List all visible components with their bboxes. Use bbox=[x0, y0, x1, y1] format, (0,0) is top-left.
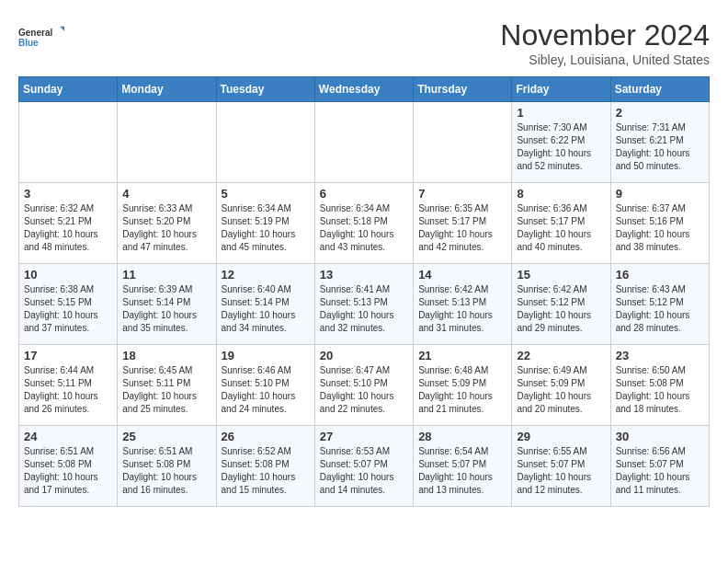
calendar-table: SundayMondayTuesdayWednesdayThursdayFrid… bbox=[18, 76, 710, 507]
day-info: Sunrise: 6:54 AM Sunset: 5:07 PM Dayligh… bbox=[418, 445, 506, 497]
day-info: Sunrise: 6:53 AM Sunset: 5:07 PM Dayligh… bbox=[320, 445, 408, 497]
calendar-day-cell: 11Sunrise: 6:39 AM Sunset: 5:14 PM Dayli… bbox=[118, 264, 216, 345]
day-info: Sunrise: 6:48 AM Sunset: 5:09 PM Dayligh… bbox=[418, 364, 506, 416]
calendar-day-cell: 5Sunrise: 6:34 AM Sunset: 5:19 PM Daylig… bbox=[216, 183, 314, 264]
calendar-day-cell: 2Sunrise: 7:31 AM Sunset: 6:21 PM Daylig… bbox=[610, 102, 709, 183]
day-info: Sunrise: 6:51 AM Sunset: 5:08 PM Dayligh… bbox=[122, 445, 210, 497]
day-number: 21 bbox=[418, 349, 506, 362]
calendar-day-cell: 13Sunrise: 6:41 AM Sunset: 5:13 PM Dayli… bbox=[314, 264, 413, 345]
day-info: Sunrise: 6:35 AM Sunset: 5:17 PM Dayligh… bbox=[418, 202, 506, 254]
day-info: Sunrise: 6:34 AM Sunset: 5:18 PM Dayligh… bbox=[320, 202, 408, 254]
day-info: Sunrise: 6:40 AM Sunset: 5:14 PM Dayligh… bbox=[222, 283, 310, 335]
calendar-day-cell: 1Sunrise: 7:30 AM Sunset: 6:22 PM Daylig… bbox=[512, 102, 610, 183]
day-of-week-header: Friday bbox=[512, 77, 610, 102]
calendar-day-cell: 25Sunrise: 6:51 AM Sunset: 5:08 PM Dayli… bbox=[118, 426, 216, 507]
calendar-day-cell: 14Sunrise: 6:42 AM Sunset: 5:13 PM Dayli… bbox=[414, 264, 512, 345]
day-info: Sunrise: 6:43 AM Sunset: 5:12 PM Dayligh… bbox=[616, 283, 704, 335]
calendar-day-cell: 19Sunrise: 6:46 AM Sunset: 5:10 PM Dayli… bbox=[216, 345, 314, 426]
calendar-day-cell: 22Sunrise: 6:49 AM Sunset: 5:09 PM Dayli… bbox=[512, 345, 610, 426]
calendar-header-row: SundayMondayTuesdayWednesdayThursdayFrid… bbox=[19, 77, 710, 102]
day-of-week-header: Tuesday bbox=[216, 77, 314, 102]
day-number: 17 bbox=[24, 349, 112, 362]
day-info: Sunrise: 7:30 AM Sunset: 6:22 PM Dayligh… bbox=[517, 121, 605, 173]
day-number: 23 bbox=[616, 349, 704, 362]
day-info: Sunrise: 7:31 AM Sunset: 6:21 PM Dayligh… bbox=[616, 121, 704, 173]
location-subtitle: Sibley, Louisiana, United States bbox=[500, 52, 710, 67]
day-info: Sunrise: 6:44 AM Sunset: 5:11 PM Dayligh… bbox=[24, 364, 112, 416]
calendar-day-cell: 16Sunrise: 6:43 AM Sunset: 5:12 PM Dayli… bbox=[610, 264, 709, 345]
calendar-week-row: 3Sunrise: 6:32 AM Sunset: 5:21 PM Daylig… bbox=[19, 183, 710, 264]
calendar-day-cell: 18Sunrise: 6:45 AM Sunset: 5:11 PM Dayli… bbox=[118, 345, 216, 426]
day-number: 25 bbox=[122, 430, 210, 443]
day-number: 24 bbox=[24, 430, 112, 443]
day-number: 4 bbox=[122, 187, 210, 201]
day-number: 11 bbox=[122, 268, 210, 282]
calendar-day-cell bbox=[19, 102, 118, 183]
day-number: 14 bbox=[418, 268, 506, 282]
calendar-day-cell: 8Sunrise: 6:36 AM Sunset: 5:17 PM Daylig… bbox=[512, 183, 610, 264]
day-number: 22 bbox=[517, 349, 605, 362]
day-info: Sunrise: 6:42 AM Sunset: 5:12 PM Dayligh… bbox=[517, 283, 605, 335]
day-info: Sunrise: 6:56 AM Sunset: 5:07 PM Dayligh… bbox=[616, 445, 704, 497]
calendar-day-cell: 24Sunrise: 6:51 AM Sunset: 5:08 PM Dayli… bbox=[19, 426, 118, 507]
day-number: 2 bbox=[616, 106, 704, 120]
day-number: 7 bbox=[418, 187, 506, 201]
day-of-week-header: Sunday bbox=[19, 77, 118, 102]
day-info: Sunrise: 6:47 AM Sunset: 5:10 PM Dayligh… bbox=[320, 364, 408, 416]
day-number: 20 bbox=[320, 349, 408, 362]
calendar-day-cell bbox=[118, 102, 216, 183]
calendar-day-cell: 7Sunrise: 6:35 AM Sunset: 5:17 PM Daylig… bbox=[414, 183, 512, 264]
day-info: Sunrise: 6:50 AM Sunset: 5:08 PM Dayligh… bbox=[616, 364, 704, 416]
title-block: November 2024 Sibley, Louisiana, United … bbox=[500, 18, 710, 67]
calendar-day-cell bbox=[314, 102, 413, 183]
day-number: 12 bbox=[222, 268, 310, 282]
day-number: 19 bbox=[222, 349, 310, 362]
calendar-day-cell: 17Sunrise: 6:44 AM Sunset: 5:11 PM Dayli… bbox=[19, 345, 118, 426]
day-number: 30 bbox=[616, 430, 704, 443]
calendar-day-cell: 10Sunrise: 6:38 AM Sunset: 5:15 PM Dayli… bbox=[19, 264, 118, 345]
day-number: 3 bbox=[24, 187, 112, 201]
svg-marker-2 bbox=[60, 27, 64, 32]
day-info: Sunrise: 6:37 AM Sunset: 5:16 PM Dayligh… bbox=[616, 202, 704, 254]
day-number: 27 bbox=[320, 430, 408, 443]
logo-svg: General Blue bbox=[18, 18, 64, 55]
calendar-day-cell: 12Sunrise: 6:40 AM Sunset: 5:14 PM Dayli… bbox=[216, 264, 314, 345]
calendar-day-cell: 6Sunrise: 6:34 AM Sunset: 5:18 PM Daylig… bbox=[314, 183, 413, 264]
calendar-day-cell: 23Sunrise: 6:50 AM Sunset: 5:08 PM Dayli… bbox=[610, 345, 709, 426]
calendar-week-row: 10Sunrise: 6:38 AM Sunset: 5:15 PM Dayli… bbox=[19, 264, 710, 345]
day-info: Sunrise: 6:38 AM Sunset: 5:15 PM Dayligh… bbox=[24, 283, 112, 335]
day-info: Sunrise: 6:41 AM Sunset: 5:13 PM Dayligh… bbox=[320, 283, 408, 335]
day-number: 13 bbox=[320, 268, 408, 282]
day-number: 10 bbox=[24, 268, 112, 282]
day-info: Sunrise: 6:49 AM Sunset: 5:09 PM Dayligh… bbox=[517, 364, 605, 416]
day-number: 8 bbox=[517, 187, 605, 201]
day-number: 29 bbox=[517, 430, 605, 443]
calendar-day-cell: 21Sunrise: 6:48 AM Sunset: 5:09 PM Dayli… bbox=[414, 345, 512, 426]
day-info: Sunrise: 6:55 AM Sunset: 5:07 PM Dayligh… bbox=[517, 445, 605, 497]
calendar-day-cell: 3Sunrise: 6:32 AM Sunset: 5:21 PM Daylig… bbox=[19, 183, 118, 264]
calendar-day-cell: 28Sunrise: 6:54 AM Sunset: 5:07 PM Dayli… bbox=[414, 426, 512, 507]
day-number: 28 bbox=[418, 430, 506, 443]
day-number: 26 bbox=[222, 430, 310, 443]
day-info: Sunrise: 6:45 AM Sunset: 5:11 PM Dayligh… bbox=[122, 364, 210, 416]
day-info: Sunrise: 6:51 AM Sunset: 5:08 PM Dayligh… bbox=[24, 445, 112, 497]
calendar-day-cell bbox=[216, 102, 314, 183]
logo: General Blue bbox=[18, 18, 64, 55]
day-number: 5 bbox=[222, 187, 310, 201]
day-info: Sunrise: 6:34 AM Sunset: 5:19 PM Dayligh… bbox=[222, 202, 310, 254]
calendar-day-cell: 26Sunrise: 6:52 AM Sunset: 5:08 PM Dayli… bbox=[216, 426, 314, 507]
day-of-week-header: Wednesday bbox=[314, 77, 413, 102]
month-title: November 2024 bbox=[500, 18, 710, 52]
day-number: 16 bbox=[616, 268, 704, 282]
day-of-week-header: Monday bbox=[118, 77, 216, 102]
day-info: Sunrise: 6:36 AM Sunset: 5:17 PM Dayligh… bbox=[517, 202, 605, 254]
day-info: Sunrise: 6:39 AM Sunset: 5:14 PM Dayligh… bbox=[122, 283, 210, 335]
page-header: General Blue November 2024 Sibley, Louis… bbox=[18, 18, 710, 67]
day-info: Sunrise: 6:52 AM Sunset: 5:08 PM Dayligh… bbox=[222, 445, 310, 497]
day-info: Sunrise: 6:33 AM Sunset: 5:20 PM Dayligh… bbox=[122, 202, 210, 254]
day-number: 1 bbox=[517, 106, 605, 120]
calendar-day-cell: 4Sunrise: 6:33 AM Sunset: 5:20 PM Daylig… bbox=[118, 183, 216, 264]
calendar-day-cell: 9Sunrise: 6:37 AM Sunset: 5:16 PM Daylig… bbox=[610, 183, 709, 264]
day-number: 18 bbox=[122, 349, 210, 362]
calendar-day-cell: 15Sunrise: 6:42 AM Sunset: 5:12 PM Dayli… bbox=[512, 264, 610, 345]
